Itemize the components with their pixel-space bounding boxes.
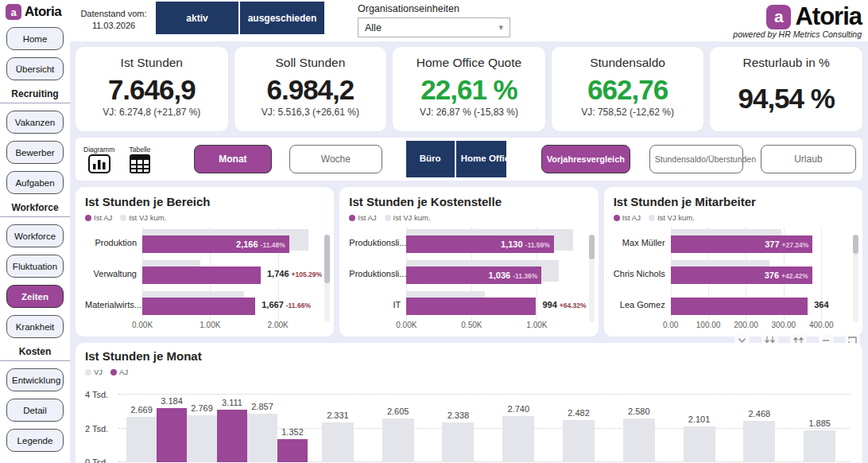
bar-value-label: 364 bbox=[814, 300, 828, 309]
chart-legend: Ist AJIst VJ kum. bbox=[349, 213, 588, 222]
bar-value-label: 2.468 bbox=[749, 409, 771, 418]
vjv-button[interactable]: Vorjahresvergleich bbox=[541, 145, 630, 173]
org-units-dropdown[interactable]: Alle ▾ bbox=[358, 18, 510, 37]
buero-button[interactable]: Büro bbox=[406, 141, 455, 177]
sidebar-item-workforce[interactable]: Workforce bbox=[6, 224, 64, 247]
bar-value-label: 2.101 bbox=[688, 414, 711, 424]
scrollbar-thumb[interactable] bbox=[324, 235, 330, 283]
legend-dot-purple bbox=[85, 215, 91, 221]
month-chart-card: Ist Stunden je Monat VJ AJ 0 Tsd.2 Tsd.4… bbox=[76, 343, 862, 463]
ausgeschieden-button[interactable]: ausgeschieden bbox=[240, 2, 324, 34]
month-group-7: 2.740 bbox=[488, 416, 548, 462]
aj-bar[interactable]: 1.352 bbox=[277, 439, 308, 462]
sidebar: a Atoria HomeÜbersichtRecruitingVakanzen… bbox=[0, 0, 70, 463]
vj-bar[interactable]: 2.580 bbox=[623, 418, 655, 462]
legend-item: Ist AJ bbox=[349, 213, 376, 222]
woche-button[interactable]: Woche bbox=[289, 145, 382, 173]
aj-bar[interactable]: 3.184 bbox=[157, 408, 187, 462]
aj-bar[interactable]: 1,130-11.59% bbox=[406, 235, 553, 253]
sidebar-item-detail[interactable]: Detail bbox=[6, 399, 64, 422]
sidebar-section-workforce: Workforce bbox=[0, 201, 70, 217]
aj-bar[interactable]: 1,036-11.36% bbox=[406, 267, 541, 284]
vj-bar[interactable]: 2.740 bbox=[502, 416, 534, 462]
kpi-card-2: Home Office Quote22,61 %VJ: 26,87 % (-15… bbox=[393, 47, 545, 131]
aktiv-button[interactable]: aktiv bbox=[156, 2, 238, 34]
aj-bar[interactable]: 3.111 bbox=[217, 410, 247, 462]
aj-bar[interactable] bbox=[671, 298, 808, 315]
x-tick-label: 200.00 bbox=[734, 321, 758, 329]
sidebar-item-fluktuation[interactable]: Fluktuation bbox=[6, 255, 64, 278]
aj-bar[interactable] bbox=[406, 298, 536, 315]
legend-label: Ist VJ kum. bbox=[657, 213, 695, 222]
chart-title: Ist Stunden je Bereich bbox=[85, 195, 324, 208]
chart-scrollbar[interactable] bbox=[853, 235, 858, 322]
urlaub-button[interactable]: Urlaub bbox=[761, 145, 856, 173]
vj-bar[interactable]: 2.482 bbox=[563, 420, 595, 462]
saldo-button[interactable]: Stundensaldo/Überstunden bbox=[649, 145, 743, 173]
kpi-card-1: Soll Stunden6.984,2VJ: 5.516,3 (+26,61 %… bbox=[234, 47, 387, 131]
tabelle-toggle[interactable]: Tabelle bbox=[122, 146, 157, 173]
sidebar-item-krankheit[interactable]: Krankheit bbox=[6, 315, 64, 338]
monat-button[interactable]: Monat bbox=[194, 145, 273, 173]
aj-bar[interactable]: 2,166-11.48% bbox=[142, 235, 289, 253]
vj-bar[interactable]: 2.769 bbox=[187, 415, 217, 462]
sidebar-item-legende[interactable]: Legende bbox=[6, 429, 64, 452]
scrollbar-thumb[interactable] bbox=[853, 235, 858, 254]
vj-bar[interactable]: 2.468 bbox=[743, 421, 775, 462]
org-units-value: Alle bbox=[365, 22, 382, 33]
bar-value-label: 377 bbox=[765, 239, 779, 249]
chart-row-produktionsli: Produktionsli...1,036-11.36% bbox=[349, 258, 588, 289]
month-chart-plot: 0 Tsd.2 Tsd.4 Tsd.2.6693.1842.7693.1112.… bbox=[85, 381, 853, 462]
chart-plot: Max Müller377+27.24%Chris Nichols376+42.… bbox=[614, 227, 853, 320]
vj-bar[interactable]: 2.669 bbox=[126, 417, 157, 462]
homeoffice-button[interactable]: Home Office bbox=[456, 141, 506, 177]
chart-row-maxmller: Max Müller377+27.24% bbox=[614, 227, 853, 258]
aj-bar[interactable] bbox=[142, 298, 255, 315]
chart-x-axis: 0.00K1.00K2.00K bbox=[142, 320, 312, 330]
y-tick-label: 2 Tsd. bbox=[85, 424, 108, 434]
brand-logo: a Atoria bbox=[6, 4, 64, 20]
controls-bar: Diagramm Tabelle Mo bbox=[76, 138, 862, 181]
month-chart-title: Ist Stunden je Monat bbox=[85, 349, 853, 363]
sidebar-item-zeiten[interactable]: Zeiten bbox=[6, 285, 64, 308]
aj-bar[interactable] bbox=[142, 267, 261, 284]
kpi-vj-comparison: VJ: 26,87 % (-15,83 %) bbox=[393, 107, 545, 118]
kpi-title: Stundensaldo bbox=[552, 56, 704, 70]
kpi-value: 7.646,9 bbox=[76, 76, 228, 103]
vj-bar[interactable]: 2.331 bbox=[322, 422, 354, 462]
chart-scrollbar[interactable] bbox=[324, 235, 330, 322]
month-group-10: 2.101 bbox=[669, 426, 730, 462]
sidebar-item-vakanzen[interactable]: Vakanzen bbox=[6, 111, 64, 134]
diagramm-toggle[interactable]: Diagramm bbox=[82, 146, 116, 173]
scrollbar-thumb[interactable] bbox=[589, 235, 595, 259]
sidebar-item-bersicht[interactable]: Übersicht bbox=[6, 57, 64, 80]
sidebar-item-aufgaben[interactable]: Aufgaben bbox=[6, 171, 64, 194]
aj-bar[interactable]: 377+27.24% bbox=[671, 235, 813, 253]
month-group-9: 2.580 bbox=[609, 418, 669, 462]
vj-bar[interactable]: 2.605 bbox=[382, 418, 414, 462]
sidebar-item-entwicklung[interactable]: Entwicklung bbox=[6, 368, 64, 391]
bar-value-label: 2.740 bbox=[507, 404, 529, 414]
sidebar-nav: HomeÜbersichtRecruitingVakanzenBewerberA… bbox=[6, 27, 64, 452]
datenstand-label: Datenstand vom: bbox=[79, 8, 148, 20]
chart-scrollbar[interactable] bbox=[589, 235, 595, 322]
sidebar-item-home[interactable]: Home bbox=[6, 27, 64, 50]
vj-bar[interactable]: 1.885 bbox=[804, 430, 835, 462]
vj-bar[interactable]: 2.857 bbox=[247, 414, 277, 462]
bar-delta-label: +27.24% bbox=[782, 241, 809, 249]
chart-row-produktion: Produktion2,166-11.48% bbox=[85, 227, 324, 258]
bar-delta-label: +105.29% bbox=[292, 270, 323, 278]
chart-legend: Ist AJIst VJ kum. bbox=[614, 213, 853, 222]
x-tick-label: 1.00K bbox=[200, 321, 220, 329]
chart-card-0: Ist Stunden je BereichIst AJIst VJ kum.P… bbox=[76, 187, 334, 337]
bar-delta-label: -11.59% bbox=[525, 241, 550, 249]
vj-bar[interactable]: 2.338 bbox=[442, 422, 474, 462]
month-group-2: 2.7693.111 bbox=[187, 410, 247, 462]
bar-value-label: 2.338 bbox=[448, 410, 470, 420]
sidebar-item-bewerber[interactable]: Bewerber bbox=[6, 141, 64, 164]
datenstand-value: 11.03.2026 bbox=[79, 20, 148, 32]
brand-logo-large: a Atoria powered by HR Metrics Consultin… bbox=[733, 2, 862, 39]
bar-track: 1,130-11.59% bbox=[406, 227, 575, 258]
aj-bar[interactable]: 376+42.42% bbox=[671, 267, 812, 284]
vj-bar[interactable]: 2.101 bbox=[684, 426, 715, 462]
